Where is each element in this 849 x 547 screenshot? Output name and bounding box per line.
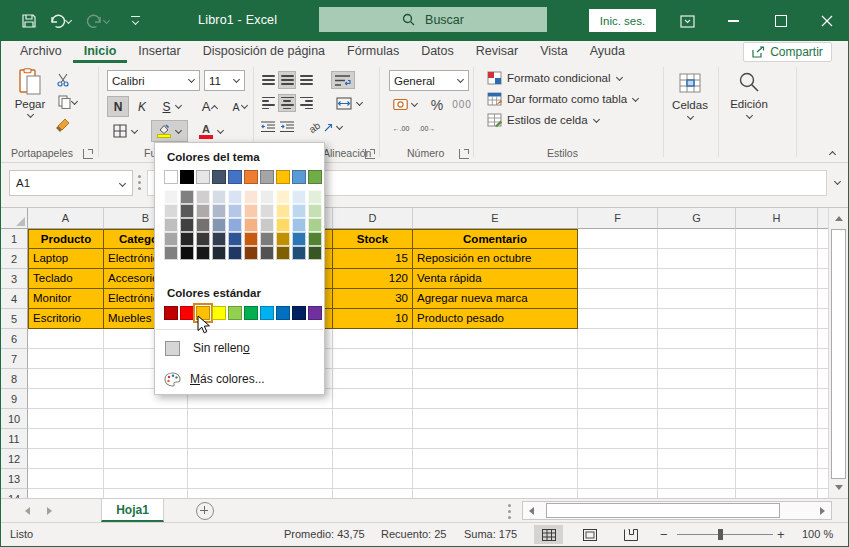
next-sheet-button[interactable] [47,507,52,515]
cell-E4[interactable]: Agregar nueva marca [413,289,578,309]
variant-swatch-C9C9C9[interactable] [260,218,274,232]
row-header-11[interactable]: 11 [1,429,28,449]
cell-D3[interactable]: 120 [333,269,413,289]
search-box[interactable]: Buscar [319,7,547,32]
row-header-1[interactable]: 1 [1,229,28,249]
editing-button[interactable]: Edición [723,71,775,141]
zoom-slider-handle[interactable] [718,529,723,540]
scroll-up-arrow[interactable] [835,216,843,221]
variant-swatch-ADB9CA[interactable] [212,204,226,218]
align-top-button[interactable] [259,71,277,89]
menu-tab-vista[interactable]: Vista [529,41,579,63]
close-button[interactable] [806,1,848,41]
theme-color-swatch-A5A5A5[interactable] [260,170,274,184]
variant-swatch-767171[interactable] [196,218,210,232]
undo-menu-chevron[interactable] [65,18,72,25]
more-colors-option[interactable]: Más colores... [155,366,324,392]
row-header-12[interactable]: 12 [1,449,28,469]
variant-swatch-525252[interactable] [260,246,274,260]
theme-color-swatch-5B9BD5[interactable] [292,170,306,184]
conditional-formatting-button[interactable]: Formato condicional [487,71,623,85]
variant-swatch-222A35[interactable] [212,246,226,260]
cell-D4[interactable]: 30 [333,289,413,309]
accounting-format-button[interactable] [389,95,421,114]
cell-E1[interactable]: Comentario [413,229,578,249]
variant-swatch-A6A6A6[interactable] [164,232,178,246]
theme-color-swatch-FFC000[interactable] [276,170,290,184]
menu-tab-datos[interactable]: Datos [410,41,465,63]
borders-button[interactable] [107,120,143,142]
format-painter-button[interactable] [53,115,73,133]
variant-swatch-F2F2F2[interactable] [164,190,178,204]
row-header-10[interactable]: 10 [1,409,28,429]
cell-E5[interactable]: Producto pesado [413,309,578,329]
row-header-7[interactable]: 7 [1,349,28,369]
underline-button[interactable]: S [155,96,189,117]
number-format-combo[interactable]: General [389,70,469,91]
horizontal-scrollbar[interactable] [522,501,832,520]
variant-swatch-2E75B6[interactable] [292,232,306,246]
orientation-button[interactable]: ab [307,118,345,136]
variant-swatch-8497B0[interactable] [212,218,226,232]
cell-A5[interactable]: Escritorio [28,309,104,329]
spreadsheet-grid[interactable]: ABCDEFGH 1234567891011121314 ProductoCat… [1,208,828,498]
menu-tab-archivo[interactable]: Archivo [9,41,73,63]
customize-quick-access-button[interactable] [123,9,147,33]
cells-button[interactable]: Celdas [667,71,713,141]
theme-color-swatch-FFFFFF[interactable] [164,170,178,184]
variant-swatch-DBDBDB[interactable] [260,204,274,218]
font-color-button[interactable]: A [193,120,230,142]
variant-swatch-D0CECE[interactable] [196,190,210,204]
normal-view-button[interactable] [534,525,563,544]
page-layout-view-button[interactable] [575,525,604,544]
theme-color-swatch-4472C4[interactable] [228,170,242,184]
variant-swatch-BFBFBF[interactable] [164,218,178,232]
standard-color-swatch-FF0000[interactable] [180,306,194,320]
select-all-corner[interactable] [1,208,28,229]
scroll-left-arrow[interactable] [529,507,534,515]
cell-A1[interactable]: Producto [28,229,104,249]
vertical-scrollbar[interactable] [828,208,849,498]
cell-D1[interactable]: Stock [333,229,413,249]
format-as-table-button[interactable]: Dar formato como tabla [487,92,639,106]
vertical-scroll-thumb[interactable] [831,229,846,479]
italic-button[interactable]: K [131,96,153,117]
cell-styles-button[interactable]: Estilos de celda [487,113,600,127]
name-box[interactable]: A1 [9,170,133,196]
align-center-button[interactable] [278,94,296,112]
row-header-13[interactable]: 13 [1,469,28,489]
zoom-out-button[interactable]: − [660,527,668,542]
fill-color-button[interactable] [151,120,188,142]
minimize-button[interactable] [712,1,754,41]
theme-color-swatch-ED7D31[interactable] [244,170,258,184]
menu-tab-insertar[interactable]: Insertar [127,41,191,63]
variant-swatch-3B3838[interactable] [196,232,210,246]
variant-swatch-1F3864[interactable] [228,246,242,260]
scroll-right-arrow[interactable] [820,507,825,515]
variant-swatch-FBE5D6[interactable] [244,190,258,204]
variant-swatch-B4C7E7[interactable] [228,204,242,218]
variant-swatch-808080[interactable] [164,246,178,260]
align-middle-button[interactable] [278,71,296,89]
tab-bar-resize-handle[interactable] [508,510,511,513]
page-break-view-button[interactable] [616,525,645,544]
percent-style-button[interactable]: % [427,95,447,114]
variant-swatch-F4B183[interactable] [244,218,258,232]
column-header-D[interactable]: D [333,208,413,229]
variant-swatch-BDD7EE[interactable] [292,204,306,218]
column-header-H[interactable]: H [736,208,818,229]
collapse-ribbon-button[interactable] [829,149,836,156]
variant-swatch-E2EFDA[interactable] [308,190,322,204]
theme-color-swatch-70AD47[interactable] [308,170,322,184]
menu-tab-inicio[interactable]: Inicio [73,41,128,63]
increase-font-button[interactable]: A [197,96,223,117]
row-header-2[interactable]: 2 [1,249,28,269]
variant-swatch-DEEBF7[interactable] [292,190,306,204]
standard-color-swatch-002060[interactable] [292,306,306,320]
variant-swatch-1F4E79[interactable] [292,246,306,260]
zoom-level[interactable]: 100 % [802,528,833,540]
variant-swatch-7C7C7C[interactable] [260,232,274,246]
horizontal-scroll-thumb[interactable] [546,503,780,518]
menu-tab-ayuda[interactable]: Ayuda [579,41,636,63]
row-header-8[interactable]: 8 [1,369,28,389]
